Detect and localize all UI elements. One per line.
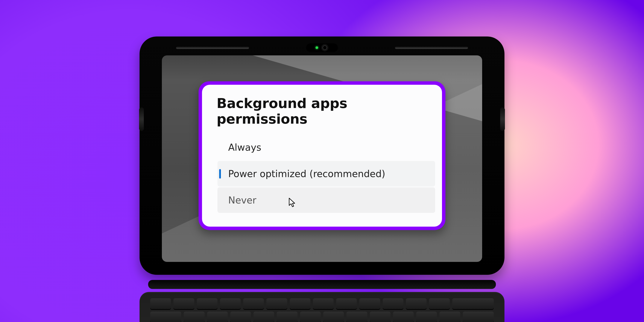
- laptop-screen: Background apps permissions Always Power…: [162, 56, 482, 262]
- hinge-pin-right: [500, 107, 505, 131]
- laptop-illustration: Background apps permissions Always Power…: [140, 36, 504, 322]
- settings-panel: Background apps permissions Always Power…: [202, 85, 442, 227]
- laptop-deck: [140, 292, 504, 322]
- cursor-arrow-icon: [288, 198, 297, 210]
- hero-backdrop: Background apps permissions Always Power…: [0, 0, 644, 322]
- hinge-pin-left: [139, 107, 144, 131]
- option-label: Always: [228, 142, 261, 153]
- option-label: Power optimized (recommended): [228, 168, 385, 179]
- settings-panel-frame: Background apps permissions Always Power…: [198, 81, 446, 230]
- option-label: Never: [228, 195, 256, 206]
- laptop-hinge: [148, 280, 496, 289]
- laptop-lid: Background apps permissions Always Power…: [140, 36, 504, 275]
- options-list: Always Power optimized (recommended) Nev…: [218, 134, 435, 213]
- option-never[interactable]: Never: [218, 188, 435, 213]
- option-always[interactable]: Always: [218, 134, 435, 160]
- option-power-optimized[interactable]: Power optimized (recommended): [218, 161, 435, 186]
- panel-title: Background apps permissions: [216, 96, 429, 127]
- webcam-notch: [306, 43, 338, 52]
- webcam-led-icon: [316, 46, 318, 49]
- keyboard: [150, 298, 494, 322]
- webcam-lens-icon: [321, 44, 328, 51]
- speaker-slit-left: [176, 47, 249, 49]
- speaker-slit-right: [395, 47, 468, 49]
